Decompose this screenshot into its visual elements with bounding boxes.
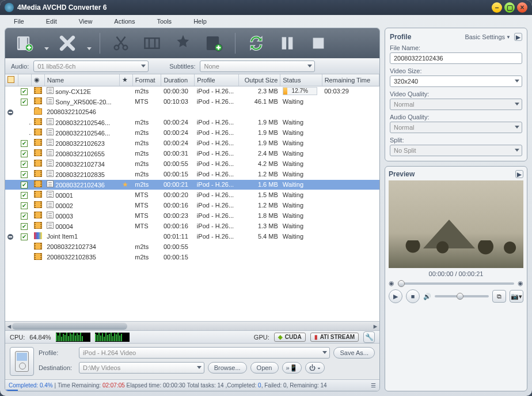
browse-button[interactable]: Browse... <box>208 362 247 374</box>
table-row[interactable]: 00001MTS00:00:20iPod - H.26...1.5 MBWait… <box>5 190 379 200</box>
scrollbar-thumb[interactable] <box>12 323 127 330</box>
detail-icon[interactable] <box>47 212 54 218</box>
menu-help[interactable]: Help <box>193 18 207 25</box>
table-row[interactable]: 20080322102436★m2ts00:00:21iPod - H.26..… <box>5 179 379 190</box>
convert-button[interactable] <box>244 32 269 55</box>
remove-dropdown-icon[interactable] <box>87 47 92 50</box>
detail-icon[interactable] <box>47 191 54 198</box>
destination-combo[interactable]: D:\My Videos <box>79 362 204 374</box>
effects-button[interactable] <box>170 32 196 55</box>
horizontal-scrollbar[interactable]: ◄ ► <box>5 321 379 330</box>
stop-button[interactable] <box>306 32 331 55</box>
detail-icon[interactable] <box>47 87 54 94</box>
add-file-dropdown-icon[interactable] <box>44 47 49 50</box>
cut-button[interactable] <box>108 32 134 55</box>
collapse-icon[interactable] <box>7 110 13 115</box>
open-button[interactable]: Open <box>250 362 279 374</box>
col-status[interactable]: Status <box>280 74 322 86</box>
add-profile-button[interactable] <box>202 32 227 55</box>
row-checkbox[interactable] <box>21 88 28 95</box>
table-row[interactable]: Sony_XR500E-20...MTS00:10:03iPod - H.26.… <box>5 96 379 107</box>
menu-tools[interactable]: Tools <box>157 18 172 25</box>
table-row[interactable]: 20080322102835m2ts00:00:15iPod - H.26...… <box>5 169 379 179</box>
table-row[interactable]: 20080322102546...m2ts00:00:24iPod - H.26… <box>5 117 379 127</box>
task-list-icon[interactable]: ☰ <box>371 382 376 389</box>
table-row[interactable]: 20080322102734m2ts00:00:55iPod - H.26...… <box>5 159 379 169</box>
row-checkbox[interactable] <box>21 233 28 240</box>
add-file-button[interactable] <box>12 32 37 55</box>
detail-icon[interactable] <box>47 97 54 104</box>
profile-combo[interactable]: iPod - H.264 Video <box>79 347 330 359</box>
detail-icon[interactable] <box>47 129 54 135</box>
detail-icon[interactable] <box>47 222 54 229</box>
detail-icon[interactable] <box>47 118 54 125</box>
detail-icon[interactable] <box>47 180 54 187</box>
menu-file[interactable]: File <box>14 18 24 25</box>
table-row[interactable]: 20080322102546...m2ts00:00:24iPod - H.26… <box>5 127 379 138</box>
table-row[interactable]: 20080322102623m2ts00:00:24iPod - H.26...… <box>5 138 379 148</box>
row-checkbox[interactable] <box>21 150 28 157</box>
table-row[interactable]: 20080322102546 <box>5 107 379 117</box>
snapshot-button[interactable]: 📷▾ <box>510 290 523 303</box>
col-name[interactable]: Name <box>44 74 119 86</box>
pause-button[interactable] <box>275 32 300 55</box>
col-check[interactable] <box>5 74 18 86</box>
subtitles-combo[interactable]: None <box>200 61 315 72</box>
save-as-button[interactable]: Save As... <box>333 347 375 359</box>
table-row[interactable]: 20080322102655m2ts00:00:31iPod - H.26...… <box>5 148 379 159</box>
minimize-button[interactable]: – <box>492 2 502 13</box>
detail-icon[interactable] <box>47 170 54 177</box>
row-checkbox[interactable] <box>21 202 28 209</box>
volume-icon[interactable]: 🔊 <box>423 293 431 300</box>
row-checkbox[interactable] <box>21 192 28 199</box>
videoquality-combo[interactable]: Normal <box>390 99 522 110</box>
audio-combo[interactable]: 01 liba52-6ch <box>33 61 149 72</box>
settings-gear-button[interactable]: 🔧 <box>363 331 375 343</box>
table-row[interactable]: 00003MTS00:00:23iPod - H.26...1.8 MBWait… <box>5 210 379 221</box>
seek-start-icon[interactable]: ◉ <box>389 280 394 287</box>
remove-button[interactable] <box>55 32 80 55</box>
detail-icon[interactable] <box>47 149 54 156</box>
row-checkbox[interactable] <box>21 161 28 168</box>
table-row[interactable]: Joint Item100:01:11iPod - H.26...5.4 MBW… <box>5 231 379 242</box>
detail-icon[interactable] <box>47 139 54 146</box>
menu-view[interactable]: View <box>79 18 93 25</box>
videosize-combo[interactable]: 320x240 <box>390 76 522 87</box>
row-checkbox[interactable] <box>21 99 28 105</box>
table-row[interactable]: sony-CX12Em2ts00:00:30iPod - H.26...2.3 … <box>5 86 379 96</box>
star-icon[interactable]: ★ <box>122 180 128 188</box>
seek-slider[interactable] <box>398 282 514 285</box>
col-duration[interactable]: Duration <box>161 74 195 86</box>
audioquality-combo[interactable]: Normal <box>390 122 522 133</box>
compare-button[interactable]: ⧉ <box>492 290 506 303</box>
table-row[interactable]: 20080322102734m2ts00:00:55 <box>5 242 379 252</box>
shutdown-dropdown-button[interactable]: ⏻ ▾ <box>305 362 325 374</box>
open-in-device-button[interactable]: »📱 <box>282 362 302 374</box>
basic-settings-link[interactable]: Basic Settings <box>465 33 511 40</box>
maximize-button[interactable]: ▢ <box>504 2 515 13</box>
col-profile[interactable]: Profile <box>195 74 239 86</box>
clip-button[interactable] <box>139 32 165 55</box>
menu-actions[interactable]: Actions <box>114 18 135 25</box>
table-row[interactable]: 20080322102835m2ts00:00:15 <box>5 252 379 262</box>
stop-preview-button[interactable]: ■ <box>406 289 420 303</box>
seek-end-icon[interactable]: ◉ <box>518 280 523 287</box>
profile-panel-expand-icon[interactable]: ▶ <box>514 33 522 41</box>
row-checkbox[interactable] <box>21 213 28 220</box>
menu-edit[interactable]: Edit <box>46 18 57 25</box>
col-remaining[interactable]: Remaining Time <box>322 74 379 86</box>
volume-slider[interactable] <box>435 295 489 297</box>
detail-icon[interactable] <box>47 160 54 167</box>
split-combo[interactable]: No Split <box>390 145 522 156</box>
col-format[interactable]: Format <box>132 74 161 86</box>
col-detail-icon[interactable]: ◉ <box>32 74 45 86</box>
play-button[interactable]: ▶ <box>389 289 402 303</box>
close-button[interactable]: × <box>517 2 527 13</box>
table-row[interactable]: 00004MTS00:00:16iPod - H.26...1.3 MBWait… <box>5 221 379 231</box>
preview-expand-icon[interactable]: ▶ <box>515 170 523 178</box>
scroll-right-icon[interactable]: ► <box>371 322 379 331</box>
row-checkbox[interactable] <box>21 223 28 230</box>
col-output[interactable]: Output Size <box>238 74 280 86</box>
col-star[interactable]: ★ <box>120 74 133 86</box>
detail-icon[interactable] <box>47 201 54 208</box>
